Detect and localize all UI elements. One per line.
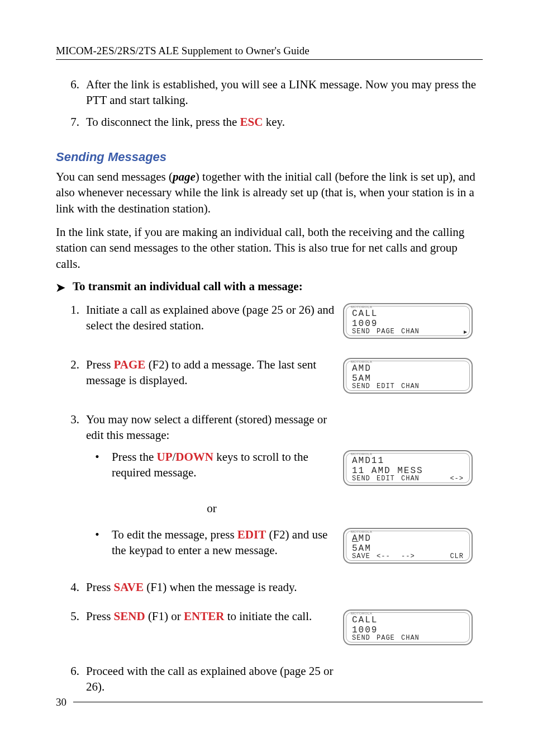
lcd-softkeys: SAVE <-- --> CLR xyxy=(352,552,465,560)
paragraph: In the link state, if you are making an … xyxy=(56,224,483,272)
lcd-display: MOTOROLA AMD11 11 AMD MESS SEND EDIT CHA… xyxy=(343,450,473,486)
text-fragment: You can send messages ( xyxy=(56,170,173,183)
step-number: 6. xyxy=(56,663,86,695)
cursor-char: A xyxy=(352,533,359,544)
step-number: 4. xyxy=(56,579,86,595)
softkey-1: SAVE xyxy=(352,552,377,560)
key-label: DOWN xyxy=(175,450,213,464)
lcd-display: MOTOROLA CALL 1009 SEND PAGE CHAN xyxy=(343,609,473,645)
text-fragment: MD xyxy=(359,533,372,544)
lcd-softkeys: SEND PAGE CHAN xyxy=(352,634,465,642)
step-text: Press SEND (F1) or ENTER to initiate the… xyxy=(86,608,337,624)
bullet-row: • To edit the message, press EDIT (F2) a… xyxy=(56,527,483,568)
list-number: 6. xyxy=(56,77,86,108)
emphasis: page xyxy=(173,170,196,183)
lcd-line1: AMD xyxy=(352,533,372,544)
softkey-4 xyxy=(426,634,465,642)
step-number: 5. xyxy=(56,608,86,624)
key-label: UP xyxy=(157,450,173,464)
step-row: 6. Proceed with the call as explained ab… xyxy=(56,663,483,695)
softkey-1: SEND xyxy=(352,634,377,642)
text-fragment: Press xyxy=(86,358,114,371)
bullet-row: • Press the UP/DOWN keys to scroll to th… xyxy=(56,449,483,490)
list-number: 7. xyxy=(56,114,86,130)
text-fragment: key. xyxy=(263,115,284,129)
text-fragment: Press xyxy=(86,580,114,594)
text-fragment: To disconnect the link, press the xyxy=(86,115,240,129)
lcd-softkeys: SEND EDIT CHAN <-> xyxy=(352,475,465,483)
intro-numbered-list: 6. After the link is established, you wi… xyxy=(56,77,483,130)
arrow-icon: ➤ xyxy=(56,280,73,294)
bullet-icon: • xyxy=(86,449,112,481)
or-separator: or xyxy=(56,502,483,516)
lcd-line1: CALL xyxy=(352,309,378,319)
softkey-3: CHAN xyxy=(401,475,426,483)
lcd-line1: AMD xyxy=(352,363,372,374)
softkey-4 xyxy=(426,328,465,336)
step-row: 2. Press PAGE (F2) to add a message. The… xyxy=(56,357,483,398)
key-label: SEND xyxy=(114,609,145,623)
page-footer: 30 xyxy=(56,696,483,708)
step-text: Press SAVE (F1) when the message is read… xyxy=(86,579,337,595)
key-label: ENTER xyxy=(184,609,224,623)
softkey-1: SEND xyxy=(352,475,377,483)
softkey-3: CHAN xyxy=(401,328,426,336)
key-label: PAGE xyxy=(114,358,146,371)
softkey-2: EDIT xyxy=(377,475,401,483)
softkey-2: PAGE xyxy=(377,328,401,336)
step-row: 4. Press SAVE (F1) when the message is r… xyxy=(56,579,483,595)
key-label: SAVE xyxy=(114,580,144,594)
page-number: 30 xyxy=(56,696,73,708)
softkey-2: PAGE xyxy=(377,634,401,642)
text-fragment: (F1) or xyxy=(145,609,184,623)
step-text: You may now select a different (stored) … xyxy=(86,412,337,443)
step-row: 5. Press SEND (F1) or ENTER to initiate … xyxy=(56,608,483,650)
lcd-line1: AMD11 xyxy=(352,456,384,466)
paragraph: You can send messages (page) together wi… xyxy=(56,169,483,216)
step-row: 3. You may now select a different (store… xyxy=(56,412,483,443)
key-label: ESC xyxy=(240,115,263,129)
lcd-display: MOTOROLA CALL 1009 SEND PAGE CHAN ▸ xyxy=(343,303,473,339)
softkey-2: EDIT xyxy=(377,382,401,390)
text-fragment: (F1) when the message is ready. xyxy=(144,580,297,594)
bullet-text: Press the UP/DOWN keys to scroll to the … xyxy=(112,449,337,481)
footer-rule xyxy=(73,702,483,702)
key-label: EDIT xyxy=(237,528,266,541)
softkey-1: SEND xyxy=(352,328,377,336)
softkey-4 xyxy=(426,382,465,390)
lcd-line1: CALL xyxy=(352,615,378,625)
step-number: 3. xyxy=(56,412,86,443)
list-text: After the link is established, you will … xyxy=(86,77,483,108)
step-text: Initiate a call as explained above (page… xyxy=(86,302,337,334)
step-number: 1. xyxy=(56,302,86,334)
step-row: 1. Initiate a call as explained above (p… xyxy=(56,302,483,343)
softkey-4: <-> xyxy=(426,475,465,483)
list-text: To disconnect the link, press the ESC ke… xyxy=(86,114,483,130)
list-item: 6. After the link is established, you wi… xyxy=(56,77,483,108)
softkey-2: <-- xyxy=(377,552,401,560)
section-heading: Sending Messages xyxy=(56,150,483,164)
lcd-display: MOTOROLA AMD 5AM SAVE <-- --> CLR xyxy=(343,528,473,564)
step-text: Press PAGE (F2) to add a message. The la… xyxy=(86,357,337,389)
bullet-text: To edit the message, press EDIT (F2) and… xyxy=(112,527,337,559)
bullet-icon: • xyxy=(86,527,112,559)
text-fragment: to initiate the call. xyxy=(224,609,312,623)
lcd-display: MOTOROLA AMD 5AM SEND EDIT CHAN xyxy=(343,358,473,394)
text-fragment: Press the xyxy=(112,450,157,464)
list-item: 7. To disconnect the link, press the ESC… xyxy=(56,114,483,130)
softkey-3: CHAN xyxy=(401,382,426,390)
right-arrow-icon: ▸ xyxy=(464,328,467,336)
step-text: Proceed with the call as explained above… xyxy=(86,663,337,695)
procedure-title: To transmit an individual call with a me… xyxy=(73,280,303,294)
lcd-softkeys: SEND EDIT CHAN xyxy=(352,382,465,390)
step-number: 2. xyxy=(56,357,86,389)
text-fragment: Press xyxy=(86,609,114,623)
softkey-1: SEND xyxy=(352,382,377,390)
softkey-3: --> xyxy=(401,552,426,560)
text-fragment: To edit the message, press xyxy=(112,528,237,541)
softkey-4: CLR xyxy=(426,552,465,560)
procedure-heading: ➤ To transmit an individual call with a … xyxy=(56,280,483,294)
lcd-softkeys: SEND PAGE CHAN xyxy=(352,328,465,336)
softkey-3: CHAN xyxy=(401,634,426,642)
page-header: MICOM-2ES/2RS/2TS ALE Supplement to Owne… xyxy=(56,45,483,60)
